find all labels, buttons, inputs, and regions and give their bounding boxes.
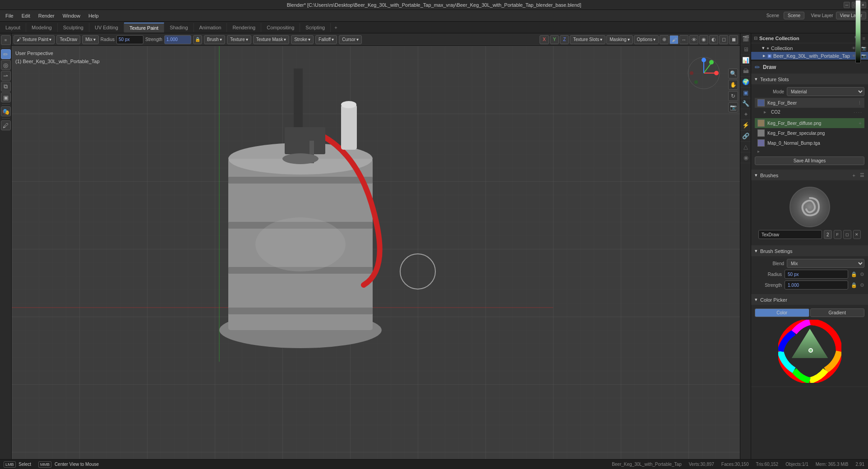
axis-x-toggle[interactable]: X [540, 35, 549, 44]
tab-rendering[interactable]: Rendering [227, 23, 261, 32]
radius-settings-icon[interactable]: ⚙ [860, 271, 864, 277]
texture-add-icon[interactable]: + [859, 120, 862, 126]
texture-expand-row[interactable]: ▸ [755, 148, 864, 155]
color-tab-color[interactable]: Color [755, 308, 809, 317]
viewport-zoom-in[interactable]: 🔍 [728, 69, 738, 78]
tool-smear[interactable]: ⇀ [1, 71, 11, 81]
brush-name-field[interactable] [758, 230, 822, 239]
tool-annotate[interactable]: 🖊 [1, 120, 11, 130]
brush-name-btn[interactable]: TexDraw [56, 35, 80, 44]
strength-settings-icon[interactable]: ⚙ [860, 282, 864, 288]
prop-object-data-icon[interactable]: △ [740, 142, 751, 152]
texture-diffuse[interactable]: Keg_For_Beer_diffuse.png + [755, 118, 864, 128]
tool-clone[interactable]: ⧉ [1, 82, 11, 92]
texture-mask-btn[interactable]: Texture Mask ▾ [253, 35, 289, 44]
view-layer-input[interactable]: View Layer [836, 12, 866, 19]
close-button[interactable]: ✕ [860, 2, 866, 8]
navigation-gizmo[interactable]: X Y Z [686, 55, 722, 91]
prop-output-icon[interactable]: 🖥 [740, 44, 751, 55]
strength-field[interactable] [785, 280, 848, 290]
value-slider[interactable] [855, 61, 861, 63]
radius-lock-icon[interactable]: 🔒 [851, 271, 857, 277]
tab-layout[interactable]: Layout [0, 23, 26, 32]
render-mode[interactable]: ◉ [699, 35, 708, 44]
collection-render-icon[interactable]: 📷 [861, 46, 866, 51]
radius-field[interactable] [785, 270, 848, 279]
color-picker-header[interactable]: ▾ Color Picker [751, 294, 868, 305]
masking-btn[interactable]: Masking ▾ [606, 35, 633, 44]
stroke-btn[interactable]: Stroke ▾ [291, 35, 314, 44]
options-btn[interactable]: Options ▾ [634, 35, 659, 44]
tab-texture-paint[interactable]: Texture Paint [124, 23, 164, 32]
material-co2[interactable]: ▸ CO2 · · · · [755, 108, 864, 116]
texture-slots-btn[interactable]: Texture Slots ▾ [570, 35, 605, 44]
menu-file[interactable]: File [2, 12, 17, 19]
brush-copy[interactable]: ◻ [843, 230, 851, 239]
cursor-btn[interactable]: Cursor ▾ [339, 35, 362, 44]
tab-sculpting[interactable]: Sculpting [58, 23, 89, 32]
minimize-button[interactable]: ─ [844, 2, 850, 8]
material-keg-for-beer[interactable]: Keg_For_Beer ⋮ [755, 98, 864, 108]
prop-modifier-icon[interactable]: 🔧 [740, 98, 751, 109]
menu-edit[interactable]: Edit [18, 12, 34, 19]
color-tab-gradient[interactable]: Gradient [810, 308, 865, 317]
prop-scene-icon[interactable]: 🏔 [740, 66, 751, 77]
prop-material-icon[interactable]: ◉ [740, 152, 751, 163]
transform-mode[interactable]: ↔ [679, 35, 688, 44]
radius-input[interactable] [116, 35, 143, 44]
solid-mode[interactable]: ◼ [729, 35, 738, 44]
tool-soften[interactable]: ◎ [1, 60, 11, 70]
color-wheel[interactable] [778, 320, 841, 383]
prop-physics-icon[interactable]: ⚡ [740, 120, 751, 131]
texture-slots-header[interactable]: ▾ Texture Slots [751, 74, 868, 84]
brushes-header[interactable]: ▾ Brushes + ☰ [751, 170, 868, 180]
strength-lock-icon[interactable]: 🔒 [851, 282, 857, 288]
viewport-canvas[interactable]: User Perspective (1) Beer_Keg_30L_with_P… [12, 46, 740, 459]
blend-select[interactable]: Mix Add Multiply [787, 259, 864, 268]
prop-object-icon[interactable]: ▣ [740, 87, 751, 98]
falloff-btn[interactable]: Falloff ▾ [315, 35, 337, 44]
axis-y-toggle[interactable]: Y [550, 35, 559, 44]
brush-delete[interactable]: ✕ [853, 230, 861, 239]
tab-shading[interactable]: Shading [164, 23, 194, 32]
texture-specular[interactable]: Keg_For_Beer_specular.png [755, 128, 864, 138]
strength-lock[interactable]: 🔒 [193, 35, 202, 44]
prop-world-icon[interactable]: 🌍 [740, 77, 751, 87]
menu-render[interactable]: Render [35, 12, 58, 19]
object-render-icon[interactable]: 📷 [861, 54, 866, 58]
texture-btn[interactable]: Texture ▾ [227, 35, 251, 44]
add-workspace-button[interactable]: + [331, 23, 341, 32]
tab-compositing[interactable]: Compositing [261, 23, 300, 32]
outliner-settings-icon[interactable]: ≡ [863, 36, 865, 41]
prop-constraints-icon[interactable]: 🔗 [740, 131, 751, 142]
prop-render-icon[interactable]: 🎬 [740, 33, 751, 44]
cursor-mode[interactable]: ⊕ [660, 35, 669, 44]
viewport-camera[interactable]: 📷 [728, 102, 738, 112]
tab-modeling[interactable]: Modeling [26, 23, 58, 32]
wireframe-mode[interactable]: ◻ [719, 35, 728, 44]
brush-settings-header[interactable]: ▾ Brush Settings [751, 246, 868, 256]
blend-btn[interactable]: Mix ▾ [82, 35, 99, 44]
texture-normal[interactable]: Map_0_Normal_Bump.tga [755, 138, 864, 148]
menu-window[interactable]: Window [59, 12, 84, 19]
paint-mode[interactable]: 🖌 [669, 35, 679, 44]
view-mode[interactable]: 👁 [689, 35, 698, 44]
scene-collection-root[interactable]: ▾ ● Collection 👁 ⊙ 📷 [751, 44, 868, 52]
outliner-object-item[interactable]: ▸ ▣ Beer_Keg_30L_with_Portable_Tap 👁 ⊙ 📷 [751, 52, 868, 60]
axis-z-toggle[interactable]: Z [560, 35, 569, 44]
brush-fake-user[interactable]: F [834, 230, 841, 239]
menu-help[interactable]: Help [85, 12, 102, 19]
scene-input[interactable]: Scene [784, 12, 804, 19]
tab-animation[interactable]: Animation [194, 23, 227, 32]
tool-draw[interactable]: ✏ [1, 49, 11, 59]
mode-select[interactable]: Material Single Image [787, 87, 864, 96]
save-all-images-button[interactable]: Save All Images [755, 156, 864, 165]
brush-btn[interactable]: Brush ▾ [204, 35, 225, 44]
tab-scripting[interactable]: Scripting [300, 23, 331, 32]
prop-particles-icon[interactable]: ✦ [740, 109, 751, 120]
material-mode[interactable]: ◐ [709, 35, 718, 44]
viewport-pan[interactable]: ✋ [728, 80, 738, 90]
prop-view-layer-icon[interactable]: 📊 [740, 55, 751, 66]
brush-add-icon[interactable]: + [853, 173, 855, 178]
tool-fill[interactable]: ▣ [1, 92, 11, 102]
